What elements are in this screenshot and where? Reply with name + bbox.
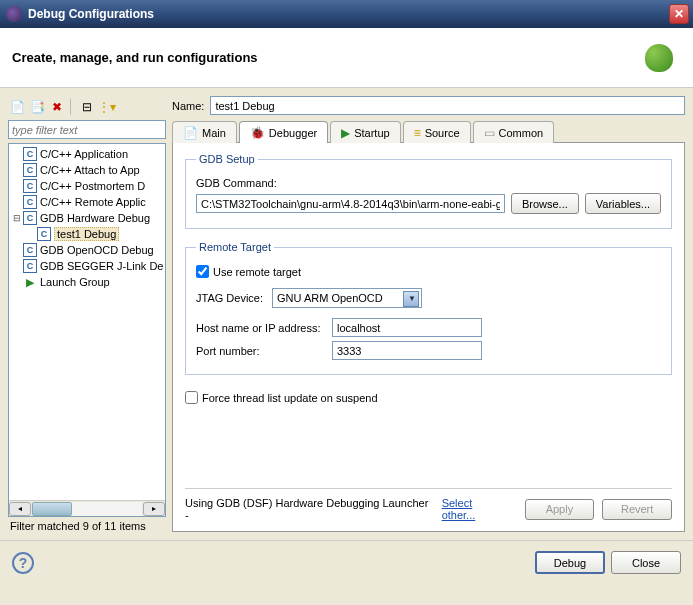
duplicate-config-icon[interactable]: 📑 xyxy=(28,98,46,116)
scroll-right-icon[interactable]: ▸ xyxy=(143,502,165,516)
launcher-text: Using GDB (DSF) Hardware Debugging Launc… xyxy=(185,497,434,521)
tree-item-test1-debug[interactable]: Ctest1 Debug xyxy=(9,226,165,242)
debugger-tab-content: GDB Setup GDB Command: Browse... Variabl… xyxy=(172,142,685,532)
filter-menu-icon[interactable]: ⋮▾ xyxy=(98,98,116,116)
page-title: Create, manage, and run configurations xyxy=(12,50,637,65)
variables-button[interactable]: Variables... xyxy=(585,193,661,214)
tab-common[interactable]: ▭Common xyxy=(473,121,555,143)
right-panel: Name: 📄Main 🐞Debugger ▶Startup ≡Source ▭… xyxy=(172,96,685,532)
left-panel: 📄 📑 ✖ ⊟ ⋮▾ CC/C++ Application CC/C++ Att… xyxy=(8,96,166,532)
scroll-left-icon[interactable]: ◂ xyxy=(9,502,31,516)
tree-item-gdb-hw[interactable]: ⊟CGDB Hardware Debug xyxy=(9,210,165,226)
tree-item-cpost[interactable]: CC/C++ Postmortem D xyxy=(9,178,165,194)
use-remote-label: Use remote target xyxy=(213,266,301,278)
name-input[interactable] xyxy=(210,96,685,115)
host-label: Host name or IP address: xyxy=(196,322,326,334)
remote-target-group: Remote Target Use remote target JTAG Dev… xyxy=(185,241,672,375)
gdb-setup-legend: GDB Setup xyxy=(196,153,258,165)
collapse-all-icon[interactable]: ⊟ xyxy=(78,98,96,116)
force-update-row: Force thread list update on suspend xyxy=(185,391,672,404)
source-tab-icon: ≡ xyxy=(414,126,421,140)
force-update-label: Force thread list update on suspend xyxy=(202,392,378,404)
new-config-icon[interactable]: 📄 xyxy=(8,98,26,116)
tree-h-scrollbar[interactable]: ◂ ▸ xyxy=(9,500,165,516)
tab-main[interactable]: 📄Main xyxy=(172,121,237,143)
tab-startup[interactable]: ▶Startup xyxy=(330,121,400,143)
bottom-bar: ? Debug Close xyxy=(0,540,693,584)
debug-bug-icon xyxy=(637,36,681,80)
tab-debugger[interactable]: 🐞Debugger xyxy=(239,121,328,143)
scroll-thumb[interactable] xyxy=(32,502,72,516)
main-tab-icon: 📄 xyxy=(183,126,198,140)
launch-group-icon: ▶ xyxy=(23,276,37,289)
common-tab-icon: ▭ xyxy=(484,126,495,140)
config-tree: CC/C++ Application CC/C++ Attach to App … xyxy=(8,143,166,517)
toolbar-separator xyxy=(70,99,74,115)
remote-target-legend: Remote Target xyxy=(196,241,274,253)
header: Create, manage, and run configurations xyxy=(0,28,693,88)
port-input[interactable] xyxy=(332,341,482,360)
name-label: Name: xyxy=(172,100,204,112)
filter-status: Filter matched 9 of 11 items xyxy=(8,517,166,532)
jtag-device-select[interactable]: GNU ARM OpenOCD▼ xyxy=(272,288,422,308)
jtag-device-label: JTAG Device: xyxy=(196,292,266,304)
tree-item-launch-group[interactable]: ▶Launch Group xyxy=(9,274,165,290)
browse-button[interactable]: Browse... xyxy=(511,193,579,214)
debugger-tab-icon: 🐞 xyxy=(250,126,265,140)
revert-button[interactable]: Revert xyxy=(602,499,672,520)
tree-item-cremote[interactable]: CC/C++ Remote Applic xyxy=(9,194,165,210)
gdb-setup-group: GDB Setup GDB Command: Browse... Variabl… xyxy=(185,153,672,229)
chevron-down-icon: ▼ xyxy=(408,294,416,303)
tab-source[interactable]: ≡Source xyxy=(403,121,471,143)
titlebar: Debug Configurations ✕ xyxy=(0,0,693,28)
gdb-command-label: GDB Command: xyxy=(196,177,277,189)
tab-bar: 📄Main 🐞Debugger ▶Startup ≡Source ▭Common xyxy=(172,121,685,143)
use-remote-checkbox[interactable] xyxy=(196,265,209,278)
debug-button[interactable]: Debug xyxy=(535,551,605,574)
host-input[interactable] xyxy=(332,318,482,337)
help-icon[interactable]: ? xyxy=(12,552,34,574)
filter-input[interactable] xyxy=(8,120,166,139)
gdb-command-input[interactable] xyxy=(196,194,505,213)
tree-item-segger[interactable]: CGDB SEGGER J-Link De xyxy=(9,258,165,274)
tree-item-capp[interactable]: CC/C++ Application xyxy=(9,146,165,162)
left-toolbar: 📄 📑 ✖ ⊟ ⋮▾ xyxy=(8,96,166,120)
launcher-row: Using GDB (DSF) Hardware Debugging Launc… xyxy=(185,488,672,521)
port-label: Port number: xyxy=(196,345,326,357)
apply-button[interactable]: Apply xyxy=(525,499,595,520)
startup-tab-icon: ▶ xyxy=(341,126,350,140)
tree-item-cattach[interactable]: CC/C++ Attach to App xyxy=(9,162,165,178)
select-other-link[interactable]: Select other... xyxy=(442,497,509,521)
delete-config-icon[interactable]: ✖ xyxy=(48,98,66,116)
close-icon[interactable]: ✕ xyxy=(669,4,689,24)
tree-item-openocd[interactable]: CGDB OpenOCD Debug xyxy=(9,242,165,258)
close-button[interactable]: Close xyxy=(611,551,681,574)
force-update-checkbox[interactable] xyxy=(185,391,198,404)
window-title: Debug Configurations xyxy=(28,7,669,21)
eclipse-icon xyxy=(6,6,22,22)
